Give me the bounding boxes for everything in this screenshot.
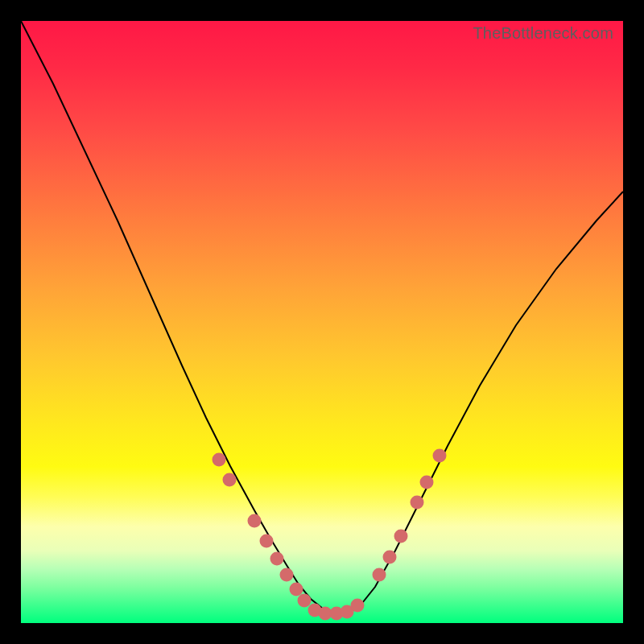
chart-svg — [21, 21, 623, 623]
data-marker — [351, 599, 365, 613]
chart-frame: TheBottleneck.com — [0, 0, 644, 644]
data-marker — [373, 568, 386, 582]
plot-area: TheBottleneck.com — [21, 21, 623, 623]
data-marker — [411, 496, 424, 510]
data-marker — [383, 551, 397, 564]
data-marker — [270, 552, 284, 566]
data-marker — [280, 568, 294, 582]
data-marker — [248, 514, 262, 528]
data-marker — [260, 535, 274, 548]
data-marker — [433, 449, 447, 463]
data-marker — [420, 476, 434, 489]
data-marker — [394, 530, 408, 543]
bottleneck-curve — [21, 21, 623, 613]
data-marker — [298, 594, 312, 608]
data-marker — [213, 453, 226, 467]
data-marker — [290, 583, 303, 597]
data-marker — [223, 473, 237, 487]
